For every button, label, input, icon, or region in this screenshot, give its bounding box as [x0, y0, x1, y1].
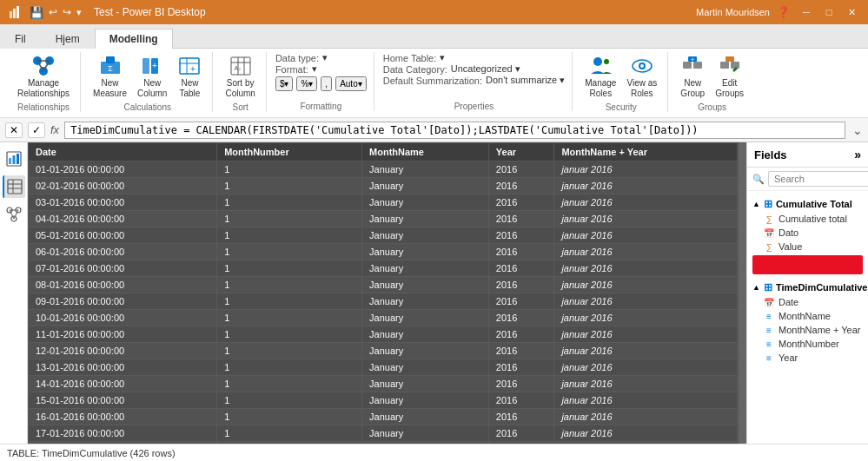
format-dropdown[interactable]: ▾ [312, 63, 317, 75]
sort-by-column-label: Sort byColumn [225, 78, 255, 99]
field-group-header-cumulative-total[interactable]: ▲⊞Cumulative Total [747, 196, 868, 212]
table-row[interactable]: 02-01-2016 00:00:001January2016januar 20… [29, 178, 738, 194]
table-cell: 1 [217, 227, 362, 244]
table-cell: 1 [217, 425, 362, 442]
tab-fil[interactable]: Fil [0, 29, 41, 49]
table-col-header[interactable]: MonthName [362, 143, 489, 161]
table-col-header[interactable]: Date [29, 143, 217, 161]
quick-access-redo[interactable]: ↪ [63, 6, 71, 18]
table-row[interactable]: 15-01-2016 00:00:001January2016januar 20… [29, 392, 738, 409]
table-row[interactable]: 18-01-2016 00:00:001January2016januar 20… [29, 442, 738, 445]
table-cell: January [362, 161, 489, 178]
view-as-roles-button[interactable]: View asRoles [623, 52, 660, 101]
quick-access-undo[interactable]: ↩ [49, 6, 57, 18]
table-row[interactable]: 17-01-2016 00:00:001January2016januar 20… [29, 425, 738, 442]
view-as-roles-label: View asRoles [626, 78, 657, 99]
fields-search-area: 🔍 [747, 168, 868, 191]
table-scrollbar[interactable] [738, 142, 746, 444]
table-cell: januar 2016 [554, 409, 738, 425]
table-cell: januar 2016 [554, 194, 738, 211]
new-measure-button[interactable]: Σ NewMeasure [89, 52, 130, 101]
table-cell: januar 2016 [554, 293, 738, 310]
auto-button[interactable]: Auto▾ [335, 76, 367, 91]
datacategory-value[interactable]: Uncategorized ▾ [451, 63, 520, 75]
table-row[interactable]: 01-01-2016 00:00:001January2016januar 20… [29, 161, 738, 178]
field-item-date[interactable]: 📅Date [747, 295, 868, 309]
new-column-button[interactable]: + NewColumn [134, 52, 170, 101]
table-cell: 1 [217, 359, 362, 376]
fields-search-input[interactable] [768, 171, 868, 187]
datacategory-row: Data Category: Uncategorized ▾ [383, 63, 566, 75]
table-row[interactable]: 06-01-2016 00:00:001January2016januar 20… [29, 244, 738, 260]
edit-groups-button[interactable]: EditGroups [712, 52, 747, 101]
sidebar-data-icon[interactable] [3, 175, 25, 198]
table-row[interactable]: 07-01-2016 00:00:001January2016januar 20… [29, 260, 738, 277]
currency-button[interactable]: $▾ [275, 76, 294, 91]
field-item-dato[interactable]: 📅Dato [747, 226, 868, 240]
tab-modelling[interactable]: Modelling [95, 29, 173, 49]
minimize-button[interactable]: ─ [797, 4, 816, 20]
table-row[interactable]: 14-01-2016 00:00:001January2016januar 20… [29, 376, 738, 392]
formula-expand-icon[interactable]: ⌄ [852, 123, 863, 137]
sidebar-model-icon[interactable] [3, 203, 25, 226]
table-row[interactable]: 11-01-2016 00:00:001January2016januar 20… [29, 326, 738, 343]
table-row[interactable]: 12-01-2016 00:00:001January2016januar 20… [29, 343, 738, 359]
field-group-header-timedimcumulative[interactable]: ▲⊞TimeDimCumulative [747, 280, 868, 295]
svg-rect-15 [180, 58, 199, 74]
table-cell: 2016 [488, 343, 554, 359]
table-row[interactable]: 10-01-2016 00:00:001January2016januar 20… [29, 310, 738, 326]
table-row[interactable]: 08-01-2016 00:00:001January2016januar 20… [29, 277, 738, 293]
table-cell: 2016 [488, 376, 554, 392]
table-cell: 02-01-2016 00:00:00 [29, 178, 217, 194]
field-item-year[interactable]: ≡Year [747, 351, 868, 365]
percent-button[interactable]: %▾ [296, 76, 317, 91]
table-col-header[interactable]: MonthNumber [217, 143, 362, 161]
fields-expand-icon[interactable]: » [854, 148, 861, 161]
manage-roles-button[interactable]: ManageRoles [581, 52, 620, 101]
table-cell: januar 2016 [554, 211, 738, 227]
sidebar-report-icon[interactable] [3, 148, 25, 170]
table-row[interactable]: 05-01-2016 00:00:001January2016januar 20… [29, 227, 738, 244]
sort-by-column-button[interactable]: A↓ Sort byColumn [222, 52, 258, 101]
table-col-header[interactable]: MonthName + Year [554, 143, 738, 161]
formula-confirm-button[interactable]: ✓ [28, 122, 45, 138]
formula-cancel-button[interactable]: ✕ [5, 122, 23, 138]
data-table-area[interactable]: DateMonthNumberMonthNameYearMonthName + … [28, 142, 738, 444]
new-table-button[interactable]: + NewTable [174, 52, 205, 101]
new-table-label: NewTable [179, 78, 200, 99]
table-cell: januar 2016 [554, 376, 738, 392]
table-row[interactable]: 16-01-2016 00:00:001January2016januar 20… [29, 409, 738, 425]
formatting-group-label: Formatting [275, 102, 367, 111]
manage-relationships-button[interactable]: ManageRelationships [14, 52, 73, 101]
table-cell: 08-01-2016 00:00:00 [29, 277, 217, 293]
field-item-monthnumber[interactable]: ≡MonthNumber [747, 337, 868, 351]
formula-input[interactable] [64, 122, 845, 139]
maximize-button[interactable]: □ [819, 4, 838, 20]
table-cell: January [362, 211, 489, 227]
table-row[interactable]: 04-01-2016 00:00:001January2016januar 20… [29, 211, 738, 227]
new-group-button[interactable]: + NewGroup [677, 52, 708, 101]
help-icon[interactable]: ❓ [777, 6, 790, 18]
new-measure-icon: Σ [98, 54, 123, 78]
tab-hjem[interactable]: Hjem [41, 29, 95, 49]
table-col-header[interactable]: Year [488, 143, 554, 161]
table-row[interactable]: 09-01-2016 00:00:001January2016januar 20… [29, 293, 738, 310]
fields-title: Fields [754, 148, 787, 161]
field-item-monthname-year[interactable]: ≡MonthName + Year [747, 323, 868, 337]
field-item-icon-sigma: ∑ [763, 214, 775, 224]
ribbon-group-formatting: Data type: ▾ Format: ▾ $▾ %▾ , Auto▾ For… [268, 52, 374, 111]
field-item-cumulative-total-measure[interactable]: ∑Cumulative total [747, 212, 868, 226]
table-row[interactable]: 03-01-2016 00:00:001January2016januar 20… [29, 194, 738, 211]
table-row[interactable]: 13-01-2016 00:00:001January2016januar 20… [29, 359, 738, 376]
ribbon-group-groups: + NewGroup EditGroups Groups [670, 52, 754, 112]
hometable-dropdown[interactable]: ▾ [440, 52, 445, 63]
close-button[interactable]: ✕ [842, 4, 861, 20]
datatype-dropdown[interactable]: ▾ [322, 52, 328, 63]
comma-button[interactable]: , [321, 76, 332, 91]
table-cell: 17-01-2016 00:00:00 [29, 425, 217, 442]
summarization-value[interactable]: Don't summarize ▾ [486, 75, 565, 86]
quick-access-menu[interactable]: ▾ [76, 7, 82, 18]
field-item-value[interactable]: ∑Value [747, 240, 868, 254]
quick-access-save[interactable]: 💾 [30, 6, 43, 19]
field-item-monthname[interactable]: ≡MonthName [747, 309, 868, 323]
